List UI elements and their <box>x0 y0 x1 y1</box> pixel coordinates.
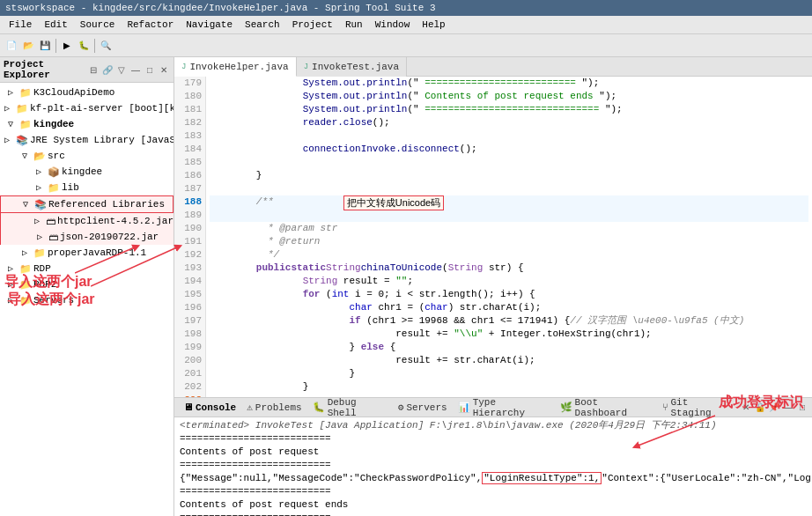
code-line-188: /** 把中文转成Unicode码 <box>210 195 808 222</box>
link-editor-button[interactable]: 🔗 <box>101 63 114 76</box>
tree-item-servers[interactable]: ▷ 📁 Servers <box>0 292 173 308</box>
tree-item-rdp2[interactable]: ▷ 📁 RDP2 <box>0 276 173 292</box>
tree-item-kingdee[interactable]: ▽ 📁 kingdee <box>0 116 173 132</box>
tree-item-properjavardp[interactable]: ▷ 📁 properJavaRDP-1.1 <box>0 245 173 261</box>
project-explorer: Project Explorer ⊟ 🔗 ▽ — □ ✕ ▷ 📁 K3Cloud… <box>0 57 174 516</box>
console-post-request: Contents of post request <box>180 446 807 459</box>
tab-type-hierarchy[interactable]: 📊 Type Hierarchy <box>453 395 555 420</box>
jre-label: JRE System Library [JavaSE-1.8] <box>30 135 173 145</box>
console-pin-button[interactable]: 📌 <box>768 402 780 414</box>
properjavardp-label: properJavaRDP-1.1 <box>48 247 146 258</box>
tab-servers[interactable]: ⚙ Servers <box>393 400 453 415</box>
tree-item-kingdee-pkg[interactable]: ▷ 📦 kingdee <box>0 164 173 180</box>
type-hierarchy-icon: 📊 <box>458 402 470 413</box>
code-line-200: } <box>210 367 808 380</box>
run-button[interactable]: ▶ <box>59 38 75 54</box>
tree-item-json[interactable]: ▷ 🗃 json-20190722.jar <box>0 229 173 245</box>
code-line-183 <box>210 129 808 143</box>
menu-search[interactable]: Search <box>240 18 285 32</box>
code-line-189: * @param str <box>210 222 808 235</box>
editor-area: J InvokeHelper.java J InvokeTest.java 17… <box>174 57 812 516</box>
code-content[interactable]: System.out.println(" ===================… <box>206 77 812 397</box>
menu-refactor[interactable]: Refactor <box>122 18 179 32</box>
menu-project[interactable]: Project <box>287 18 338 32</box>
debug-button[interactable]: 🐛 <box>76 38 92 54</box>
tab-git-staging[interactable]: ⑂ Git Staging <box>657 395 736 420</box>
tab-console[interactable]: 🖥 Console <box>178 400 241 415</box>
debug-shell-icon: 🐛 <box>313 402 325 413</box>
console-maximize-button[interactable]: □ <box>796 402 808 414</box>
kingdee-pkg-icon: ▷ <box>32 165 46 179</box>
problems-icon: ⚠ <box>247 402 253 413</box>
servers-console-label: Servers <box>406 402 447 413</box>
console-icon: 🖥 <box>183 402 193 413</box>
tree-item-k3cloud[interactable]: ▷ 📁 K3CloudApiDemo <box>0 85 173 100</box>
tab-invokehelper[interactable]: J InvokeHelper.java <box>174 57 297 77</box>
save-button[interactable]: 💾 <box>37 38 53 54</box>
tree-item-src[interactable]: ▽ 📂 src <box>0 148 173 164</box>
code-line-191: */ <box>210 248 808 262</box>
k3cloud-label: K3CloudApiDemo <box>33 87 114 98</box>
code-line-180: System.out.println(" Contents of post re… <box>210 90 808 103</box>
title-bar: stsworkspace - kingdee/src/kingdee/Invok… <box>0 0 812 16</box>
menu-bar: File Edit Source Refactor Navigate Searc… <box>0 16 812 34</box>
tab-problems[interactable]: ⚠ Problems <box>241 400 306 415</box>
code-line-186: } <box>210 169 808 182</box>
open-button[interactable]: 📂 <box>20 38 36 54</box>
line-numbers: 179180181182183 184185186187 188 1891901… <box>174 77 206 397</box>
problems-label: Problems <box>255 402 302 413</box>
console-minimize-button[interactable]: — <box>782 402 794 414</box>
tree-item-lib[interactable]: ▷ 📁 lib <box>0 180 173 195</box>
console-tabs: 🖥 Console ⚠ Problems 🐛 Debug Shell ⚙ Ser… <box>174 398 812 417</box>
console-scroll-lock-button[interactable]: 🔒 <box>754 402 766 414</box>
tree-item-kfplt[interactable]: ▷ 📁 kf-plt-ai-server [boot][kf-plt-ai-se… <box>0 100 173 116</box>
code-line-179: System.out.println(" ===================… <box>210 77 808 90</box>
invoketest-tab-icon: J <box>304 63 308 71</box>
menu-navigate[interactable]: Navigate <box>181 18 238 32</box>
menu-window[interactable]: Window <box>370 18 416 32</box>
kingdee-icon: ▽ <box>4 117 18 131</box>
tab-invoketest[interactable]: J InvokeTest.java <box>297 57 407 77</box>
tree-item-rdp[interactable]: ▷ 📁 RDP <box>0 261 173 276</box>
console-toolbar: ✕ 🔒 📌 — □ <box>736 399 812 416</box>
view-menu-button[interactable]: ▽ <box>115 63 128 76</box>
login-result-type-highlight: "LoginResultType":1, <box>482 472 602 484</box>
console-separator-2: ========================== <box>180 459 807 472</box>
menu-file[interactable]: File <box>4 18 37 32</box>
new-button[interactable]: 📄 <box>4 38 19 54</box>
tree-item-httpclient[interactable]: ▷ 🗃 httpclient-4.5.2.jar <box>0 213 173 229</box>
console-clear-button[interactable]: ✕ <box>740 402 752 414</box>
menu-run[interactable]: Run <box>340 18 368 32</box>
search-toolbar-button[interactable]: 🔍 <box>98 38 114 54</box>
json-suffix: "Context":{"UserLocale":"zh-CN","LogLoca… <box>602 473 812 483</box>
minimize-button[interactable]: — <box>129 63 142 76</box>
json-prefix: {"Message":null,"MessageCode":"CheckPass… <box>180 473 482 483</box>
collapse-all-button[interactable]: ⊟ <box>87 63 100 76</box>
json-icon: ▷ <box>33 230 47 244</box>
menu-help[interactable]: Help <box>417 18 450 32</box>
tab-debug-shell[interactable]: 🐛 Debug Shell <box>307 395 393 420</box>
invokehelper-tab-label: InvokeHelper.java <box>189 62 288 72</box>
boot-dashboard-label: Boot Dashboard <box>575 397 652 418</box>
editor-tabs: J InvokeHelper.java J InvokeTest.java <box>174 57 812 77</box>
code-line-197: result += "\\u" + Integer.toHexString(ch… <box>210 328 808 341</box>
close-panel-button[interactable]: ✕ <box>158 63 170 76</box>
properjavardp-icon: ▷ <box>18 246 32 260</box>
code-line-194: for (int i = 0; i < str.length(); i++) { <box>210 288 808 301</box>
console-area: 🖥 Console ⚠ Problems 🐛 Debug Shell ⚙ Ser… <box>174 397 812 516</box>
console-content: <terminated> InvokeTest [Java Applicatio… <box>174 417 812 516</box>
window-title: stsworkspace - kingdee/src/kingdee/Invok… <box>5 3 435 13</box>
httpclient-label: httpclient-4.5.2.jar <box>57 216 173 226</box>
code-editor: 179180181182183 184185186187 188 1891901… <box>174 77 812 397</box>
code-line-198: } else { <box>210 341 808 354</box>
panel-header-buttons: ⊟ 🔗 ▽ — □ ✕ <box>87 63 170 76</box>
console-separator-1: ========================== <box>180 432 807 446</box>
boot-dashboard-icon: 🌿 <box>560 402 572 413</box>
menu-source[interactable]: Source <box>75 18 121 32</box>
code-line-187 <box>210 182 808 195</box>
tab-boot-dashboard[interactable]: 🌿 Boot Dashboard <box>555 395 657 420</box>
tree-item-reflibs[interactable]: ▽ 📚 Referenced Libraries <box>0 195 173 213</box>
maximize-button[interactable]: □ <box>144 63 156 76</box>
tree-item-jre[interactable]: ▷ 📚 JRE System Library [JavaSE-1.8] <box>0 132 173 148</box>
menu-edit[interactable]: Edit <box>39 18 72 32</box>
